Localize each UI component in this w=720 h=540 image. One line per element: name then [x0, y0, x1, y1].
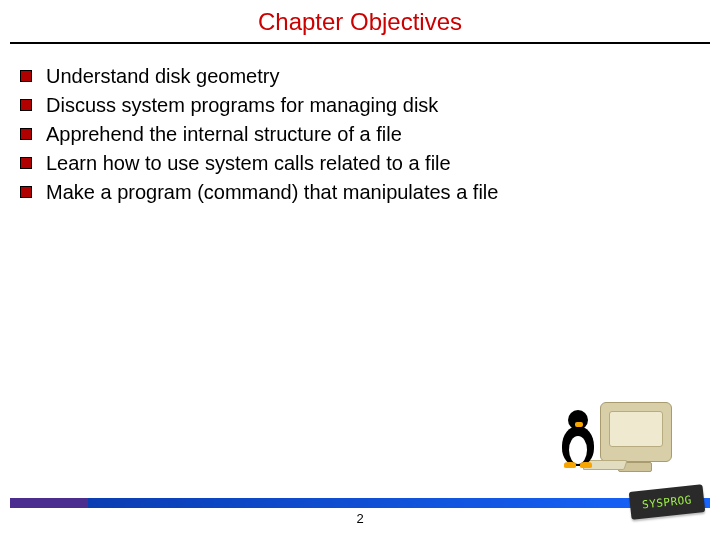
- content-area: Understand disk geometry Discuss system …: [0, 44, 720, 205]
- bullet-icon: [20, 157, 32, 169]
- slide: Chapter Objectives Understand disk geome…: [0, 0, 720, 540]
- list-item: Apprehend the internal structure of a fi…: [20, 122, 700, 147]
- list-item-text: Apprehend the internal structure of a fi…: [46, 122, 402, 147]
- bullet-icon: [20, 99, 32, 111]
- footer-bar-segment-right: [88, 498, 710, 508]
- objectives-list: Understand disk geometry Discuss system …: [20, 64, 700, 205]
- page-number: 2: [0, 511, 720, 526]
- bullet-icon: [20, 186, 32, 198]
- list-item-text: Discuss system programs for managing dis…: [46, 93, 438, 118]
- slide-title: Chapter Objectives: [0, 0, 720, 42]
- sysprog-logo-text: SYSPROG: [629, 484, 706, 520]
- list-item: Make a program (command) that manipulate…: [20, 180, 700, 205]
- penguin-computer-illustration: [552, 382, 672, 472]
- bullet-icon: [20, 128, 32, 140]
- footer-accent-bar: [10, 498, 710, 508]
- bullet-icon: [20, 70, 32, 82]
- list-item: Learn how to use system calls related to…: [20, 151, 700, 176]
- penguin-icon: [558, 410, 598, 466]
- list-item: Understand disk geometry: [20, 64, 700, 89]
- list-item-text: Make a program (command) that manipulate…: [46, 180, 498, 205]
- list-item: Discuss system programs for managing dis…: [20, 93, 700, 118]
- footer-bar-segment-left: [10, 498, 88, 508]
- sysprog-logo: SYSPROG: [624, 488, 710, 522]
- list-item-text: Understand disk geometry: [46, 64, 279, 89]
- list-item-text: Learn how to use system calls related to…: [46, 151, 451, 176]
- monitor-icon: [600, 402, 672, 462]
